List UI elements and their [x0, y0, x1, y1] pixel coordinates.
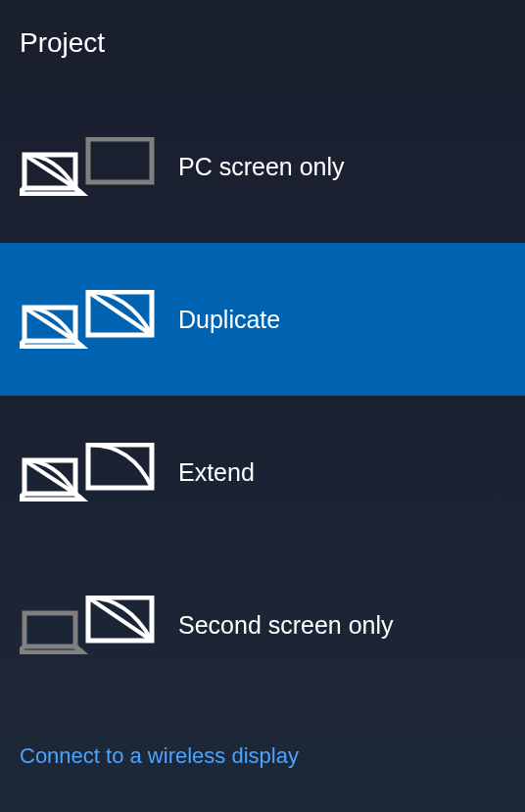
extend-icon [20, 443, 167, 502]
panel-title: Project [0, 0, 525, 59]
svg-rect-6 [24, 613, 75, 646]
second-screen-only-icon [20, 596, 167, 654]
option-label: Duplicate [178, 306, 280, 334]
option-extend[interactable]: Extend [0, 396, 525, 549]
option-label: PC screen only [178, 153, 345, 181]
connect-wireless-display-link[interactable]: Connect to a wireless display [20, 743, 299, 769]
option-label: Extend [178, 458, 255, 487]
option-pc-screen-only[interactable]: PC screen only [0, 90, 525, 243]
duplicate-icon [20, 290, 167, 349]
option-duplicate[interactable]: Duplicate [0, 243, 525, 396]
svg-rect-1 [88, 139, 152, 182]
project-options-list: PC screen only Duplicate [0, 90, 525, 701]
option-second-screen-only[interactable]: Second screen only [0, 549, 525, 701]
option-label: Second screen only [178, 611, 394, 640]
pc-screen-only-icon [20, 137, 167, 196]
